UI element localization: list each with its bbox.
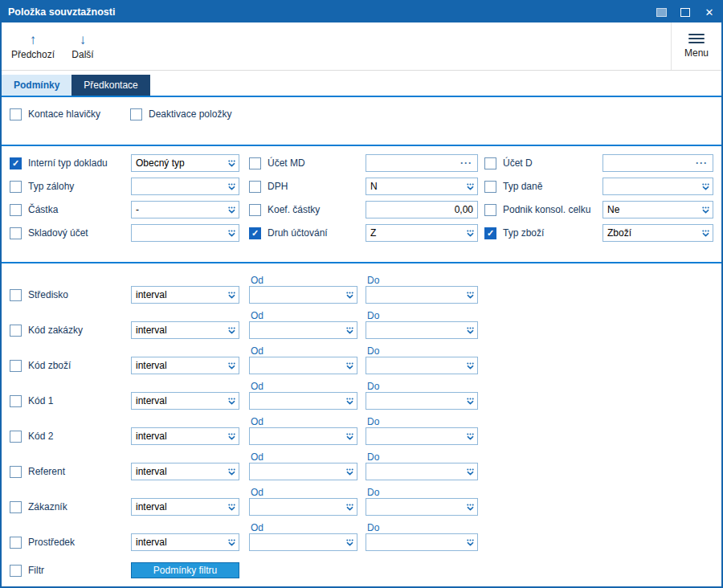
interni-typ-combo[interactable]: Obecný typ <box>131 154 239 172</box>
do-combo[interactable] <box>366 321 478 339</box>
filtr-checkbox[interactable] <box>10 565 22 577</box>
dropdown-icon[interactable] <box>225 225 239 241</box>
next-button[interactable]: ↓ Další <box>58 26 108 67</box>
ucet-d-checkbox[interactable] <box>484 157 496 169</box>
dropdown-icon[interactable] <box>343 357 357 374</box>
dropdown-icon[interactable] <box>464 225 477 241</box>
dropdown-icon[interactable] <box>225 499 239 515</box>
dropdown-icon[interactable] <box>343 499 357 515</box>
do-combo[interactable] <box>366 427 478 445</box>
castka-combo[interactable]: - <box>131 201 239 218</box>
dropdown-icon[interactable] <box>343 534 357 550</box>
interval-mode-combo[interactable]: interval <box>131 427 239 445</box>
typ-zalohy-combo[interactable] <box>131 178 239 195</box>
ucet-md-field[interactable]: ··· <box>366 154 478 172</box>
close-button[interactable]: ✕ <box>697 2 721 22</box>
do-combo[interactable] <box>366 498 478 516</box>
menu-button[interactable]: Menu <box>671 22 721 70</box>
dropdown-icon[interactable] <box>343 322 357 338</box>
od-combo[interactable] <box>249 286 357 304</box>
typ-zbozi-checkbox[interactable] <box>484 227 496 239</box>
dropdown-icon[interactable] <box>343 393 357 409</box>
row-checkbox[interactable] <box>10 360 22 372</box>
row-checkbox[interactable] <box>10 395 22 407</box>
typ-dane-checkbox[interactable] <box>484 181 496 193</box>
podnik-konsol-checkbox[interactable] <box>484 204 496 216</box>
row-checkbox[interactable] <box>10 537 22 549</box>
typ-zalohy-checkbox[interactable] <box>10 181 22 193</box>
druh-uctovani-checkbox[interactable] <box>249 227 261 239</box>
row-checkbox[interactable] <box>10 431 22 443</box>
ucet-d-field[interactable]: ··· <box>602 154 713 172</box>
dropdown-icon[interactable] <box>464 322 477 338</box>
do-combo[interactable] <box>366 357 478 374</box>
druh-uctovani-combo[interactable]: Z <box>366 224 478 242</box>
typ-dane-combo[interactable] <box>602 178 713 195</box>
row-checkbox[interactable] <box>10 289 22 301</box>
dropdown-icon[interactable] <box>464 534 477 550</box>
dropdown-icon[interactable] <box>225 287 239 303</box>
od-combo[interactable] <box>249 533 357 551</box>
dropdown-icon[interactable] <box>699 202 713 218</box>
od-combo[interactable] <box>249 427 357 445</box>
interval-mode-combo[interactable]: interval <box>131 392 239 410</box>
ucet-md-checkbox[interactable] <box>249 157 261 169</box>
koef-castky-checkbox[interactable] <box>249 204 261 216</box>
od-combo[interactable] <box>249 321 357 339</box>
do-combo[interactable] <box>366 392 478 410</box>
ellipsis-icon[interactable]: ··· <box>691 157 713 169</box>
interni-typ-checkbox[interactable] <box>10 157 22 169</box>
dph-combo[interactable]: N <box>366 178 478 195</box>
dropdown-icon[interactable] <box>699 178 713 194</box>
deaktivace-polozky-checkbox[interactable] <box>130 108 142 120</box>
koef-castky-input[interactable]: 0,00 <box>366 201 478 218</box>
do-combo[interactable] <box>366 286 478 304</box>
dropdown-icon[interactable] <box>699 225 713 241</box>
dropdown-icon[interactable] <box>464 287 477 303</box>
kontace-hlavicky-checkbox[interactable] <box>10 108 22 120</box>
minimize-button[interactable] <box>649 2 673 22</box>
od-combo[interactable] <box>249 463 357 480</box>
dropdown-icon[interactable] <box>225 393 239 409</box>
do-combo[interactable] <box>366 533 478 551</box>
interval-mode-combo[interactable]: interval <box>131 286 239 304</box>
interval-mode-combo[interactable]: interval <box>131 321 239 339</box>
dropdown-icon[interactable] <box>343 287 357 303</box>
row-checkbox[interactable] <box>10 466 22 478</box>
dropdown-icon[interactable] <box>464 393 477 409</box>
od-combo[interactable] <box>249 498 357 516</box>
castka-checkbox[interactable] <box>10 204 22 216</box>
row-checkbox[interactable] <box>10 501 22 513</box>
dropdown-icon[interactable] <box>343 428 357 444</box>
dropdown-icon[interactable] <box>464 463 477 480</box>
tab-predkontace[interactable]: Předkontace <box>71 75 149 96</box>
do-combo[interactable] <box>366 463 478 480</box>
od-combo[interactable] <box>249 392 357 410</box>
dropdown-icon[interactable] <box>225 155 239 171</box>
podnik-konsol-combo[interactable]: Ne <box>602 201 713 218</box>
dropdown-icon[interactable] <box>225 534 239 550</box>
dropdown-icon[interactable] <box>225 463 239 480</box>
dropdown-icon[interactable] <box>225 322 239 338</box>
dropdown-icon[interactable] <box>464 178 477 194</box>
skladovy-ucet-combo[interactable] <box>131 224 239 242</box>
dropdown-icon[interactable] <box>464 357 477 374</box>
podminky-filtru-button[interactable]: Podmínky filtru <box>131 562 239 578</box>
interval-mode-combo[interactable]: interval <box>131 533 239 551</box>
dropdown-icon[interactable] <box>225 178 239 194</box>
dph-checkbox[interactable] <box>249 181 261 193</box>
dropdown-icon[interactable] <box>464 499 477 515</box>
od-combo[interactable] <box>249 357 357 374</box>
typ-zbozi-combo[interactable]: Zboží <box>602 224 713 242</box>
skladovy-ucet-checkbox[interactable] <box>10 227 22 239</box>
maximize-button[interactable] <box>673 2 697 22</box>
ellipsis-icon[interactable]: ··· <box>455 157 477 169</box>
dropdown-icon[interactable] <box>225 357 239 374</box>
tab-podminky[interactable]: Podmínky <box>2 75 71 96</box>
row-checkbox[interactable] <box>10 325 22 337</box>
interval-mode-combo[interactable]: interval <box>131 498 239 516</box>
interval-mode-combo[interactable]: interval <box>131 463 239 480</box>
interval-mode-combo[interactable]: interval <box>131 357 239 374</box>
previous-button[interactable]: ↑ Předchozí <box>8 26 58 67</box>
dropdown-icon[interactable] <box>464 428 477 444</box>
